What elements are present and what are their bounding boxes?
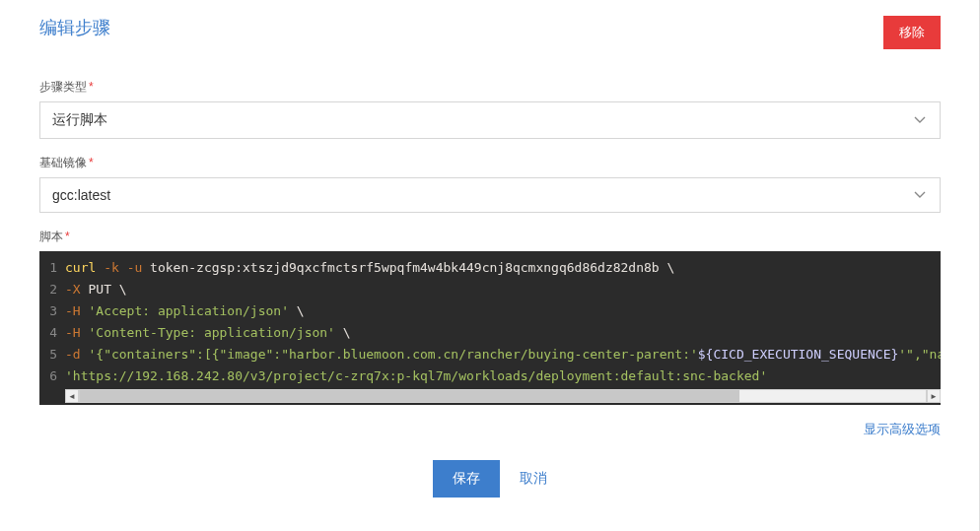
remove-button[interactable]: 移除 [883,16,941,49]
line-content[interactable]: 'https://192.168.242.80/v3/project/c-zrq… [65,365,767,387]
code-line[interactable]: 2-X PUT \ [39,279,941,300]
cancel-link[interactable]: 取消 [520,470,547,488]
code-line[interactable]: 3-H 'Accept: application/json' \ [39,300,941,322]
line-content[interactable]: curl -k -u token-zcgsp:xtszjd9qxcfmctsrf… [65,257,674,279]
hscroll-track[interactable] [79,389,927,403]
hscroll-thumb[interactable] [80,390,739,402]
script-editor[interactable]: 1curl -k -u token-zcgsp:xtszjd9qxcfmctsr… [39,251,941,387]
line-number: 1 [39,257,65,279]
required-mark: * [65,230,70,243]
required-mark: * [89,80,94,94]
base-image-select[interactable]: gcc:latest [39,177,941,213]
line-number: 3 [39,300,65,322]
code-line[interactable]: 6'https://192.168.242.80/v3/project/c-zr… [39,365,941,387]
line-content[interactable]: -d '{"containers":[{"image":"harbor.blue… [65,344,941,365]
chevron-down-icon [914,114,926,126]
line-number: 6 [39,365,65,387]
editor-hscroll[interactable]: ◄ ► [39,387,941,405]
chevron-down-icon [914,189,926,201]
script-field: 脚本* 1curl -k -u token-zcgsp:xtszjd9qxcfm… [39,229,941,405]
script-label: 脚本* [39,229,941,245]
save-button[interactable]: 保存 [433,460,500,498]
required-mark: * [89,156,94,169]
scroll-right-arrow[interactable]: ► [927,389,941,403]
line-number: 5 [39,344,65,365]
code-line[interactable]: 5-d '{"containers":[{"image":"harbor.blu… [39,344,941,365]
step-type-value: 运行脚本 [52,111,107,127]
line-number: 2 [39,279,65,300]
show-advanced-link[interactable]: 显示高级选项 [864,422,941,436]
line-number: 4 [39,322,65,344]
code-line[interactable]: 4-H 'Content-Type: application/json' \ [39,322,941,344]
base-image-field: 基础镜像* gcc:latest [39,155,941,213]
page-title: 编辑步骤 [39,16,110,39]
base-image-label: 基础镜像* [39,155,941,171]
step-type-select[interactable]: 运行脚本 [39,101,941,139]
scroll-left-arrow[interactable]: ◄ [65,389,79,403]
line-content[interactable]: -H 'Content-Type: application/json' \ [65,322,351,344]
step-type-label: 步骤类型* [39,79,941,96]
line-content[interactable]: -H 'Accept: application/json' \ [65,300,305,322]
code-line[interactable]: 1curl -k -u token-zcgsp:xtszjd9qxcfmctsr… [39,257,941,279]
base-image-value: gcc:latest [52,187,110,203]
line-content[interactable]: -X PUT \ [65,279,127,300]
step-type-field: 步骤类型* 运行脚本 [39,79,941,139]
